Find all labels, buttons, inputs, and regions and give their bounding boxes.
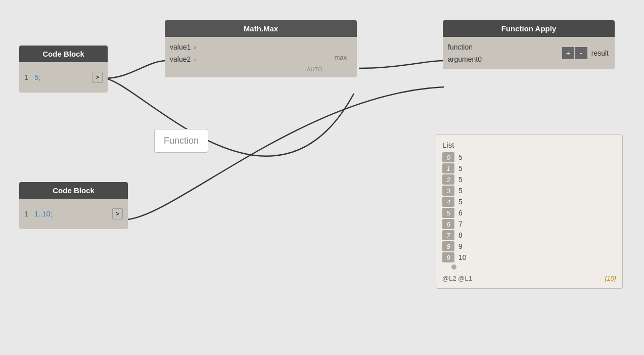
funcapply-input1-label: function (448, 43, 473, 51)
list-item: 910 (442, 252, 616, 262)
list-items: 051525354556677889910 (442, 152, 616, 262)
mathmax-node: Math.Max value1 › value2 › AUTO max (165, 20, 357, 77)
list-item: 35 (442, 186, 616, 196)
codeblock-1-output-port[interactable]: > (92, 72, 103, 83)
list-item-value: 5 (458, 187, 463, 195)
mathmax-input1-row: value1 › (165, 41, 326, 53)
funcapply-header: Function Apply (443, 20, 615, 37)
mathmax-inputs: value1 › value2 › AUTO (165, 37, 326, 77)
funcapply-plus-button[interactable]: + (562, 47, 574, 59)
mathmax-input2-label: value2 (170, 55, 191, 63)
list-item-value: 10 (458, 253, 467, 261)
list-item: 67 (442, 219, 616, 229)
list-item-value: 5 (458, 164, 463, 172)
list-item-value: 8 (458, 231, 463, 239)
funcapply-controls: + - result (559, 37, 615, 69)
list-index-badge: 5 (442, 208, 454, 218)
list-item: 56 (442, 208, 616, 218)
list-index-badge: 1 (442, 163, 454, 173)
codeblock-2-header: Code Block (19, 182, 128, 199)
codeblock-1-node: Code Block 1 5; > (19, 46, 108, 93)
function-label-box: Function (154, 129, 208, 153)
codeblock-1-header: Code Block (19, 46, 108, 62)
scroll-container (442, 262, 616, 270)
mathmax-input1-arrow: › (194, 43, 196, 51)
funcapply-output-label: result (588, 49, 612, 57)
list-index-badge: 3 (442, 186, 454, 196)
mathmax-body: value1 › value2 › AUTO max (165, 37, 357, 77)
funcapply-input1-row: function (443, 41, 559, 53)
list-title: List (442, 141, 616, 149)
codeblock-2-output-port[interactable]: > (112, 208, 123, 219)
mathmax-input2-arrow: › (194, 56, 196, 63)
list-item-value: 5 (458, 153, 463, 161)
codeblock-1-code: 5; (34, 73, 40, 81)
list-index-badge: 7 (442, 230, 454, 240)
mathmax-input1-label: value1 (170, 43, 191, 51)
list-footer-count: {10} (605, 275, 616, 282)
codeblock-2-linenum: 1 (24, 210, 28, 218)
list-item-value: 7 (458, 220, 463, 228)
list-index-badge: 4 (442, 197, 454, 207)
codeblock-2-code: 1..10; (34, 210, 52, 218)
list-index-badge: 8 (442, 241, 454, 251)
funcapply-node: Function Apply function argument0 + - re… (443, 20, 615, 69)
list-index-badge: 6 (442, 219, 454, 229)
list-footer: @L2 @L1 {10} (442, 275, 616, 282)
codeblock-1-body: 1 5; > (19, 62, 108, 93)
list-item: 05 (442, 152, 616, 162)
list-footer-labels: @L2 @L1 (442, 275, 472, 282)
list-index-badge: 0 (442, 152, 454, 162)
mathmax-output-label: max (332, 53, 351, 62)
funcapply-input2-row: argument0 (443, 53, 559, 65)
list-item: 45 (442, 197, 616, 207)
funcapply-input2-label: argument0 (448, 55, 482, 63)
funcapply-inputs: function argument0 (443, 37, 559, 69)
mathmax-input2-row: value2 › (165, 53, 326, 65)
list-item-value: 6 (458, 209, 463, 217)
list-panel: List 051525354556677889910 @L2 @L1 {10} (436, 134, 623, 289)
list-item-value: 5 (458, 198, 463, 206)
list-index-badge: 9 (442, 252, 454, 262)
list-item-value: 9 (458, 242, 463, 250)
mathmax-outputs: max (326, 37, 357, 77)
codeblock-2-body: 1 1..10; > (19, 199, 128, 229)
function-label-text: Function (164, 136, 199, 146)
list-item: 15 (442, 163, 616, 173)
list-item: 78 (442, 230, 616, 240)
list-index-badge: 2 (442, 174, 454, 185)
scroll-indicator (451, 264, 456, 270)
mathmax-header: Math.Max (165, 20, 357, 37)
list-item-value: 5 (458, 175, 463, 184)
codeblock-1-linenum: 1 (24, 73, 28, 81)
funcapply-minus-button[interactable]: - (575, 47, 587, 59)
canvas: Code Block 1 5; > Code Block 1 1..10; > … (0, 0, 644, 355)
funcapply-body: function argument0 + - result (443, 37, 615, 69)
mathmax-auto-label: AUTO (165, 65, 326, 73)
list-item: 25 (442, 174, 616, 185)
list-item: 89 (442, 241, 616, 251)
codeblock-2-node: Code Block 1 1..10; > (19, 182, 128, 229)
